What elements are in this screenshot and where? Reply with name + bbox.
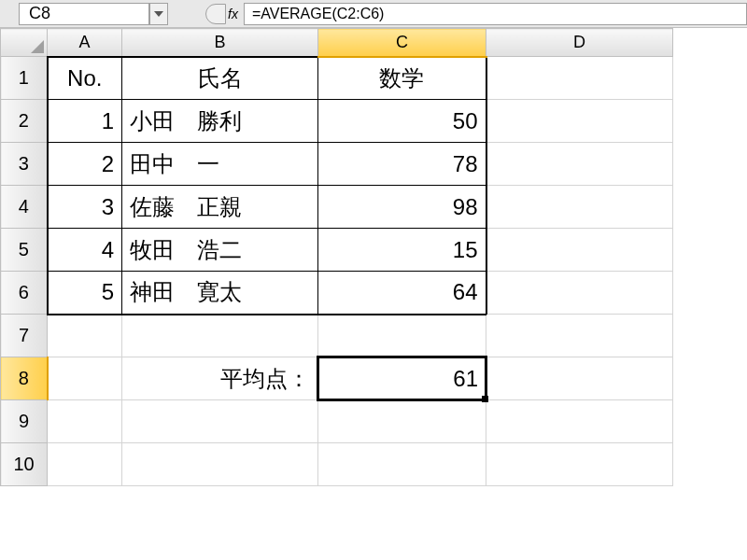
cell-A7[interactable] [48, 315, 122, 357]
cell-B9[interactable] [122, 400, 318, 443]
cell-B7[interactable] [122, 315, 318, 357]
cell-B5[interactable]: 牧田 浩二 [122, 229, 318, 272]
name-box-value: C8 [29, 4, 50, 23]
cell-A5[interactable]: 4 [48, 229, 122, 272]
cell-C10[interactable] [318, 443, 486, 486]
name-box-dropdown[interactable] [149, 3, 168, 25]
cell-C6[interactable]: 64 [318, 272, 486, 315]
row-3: 3 2 田中 一 78 [1, 143, 673, 186]
cell-C1[interactable]: 数学 [318, 57, 486, 100]
formula-bar: C8 fx =AVERAGE(C2:C6) [0, 0, 747, 28]
cell-C5[interactable]: 15 [318, 229, 486, 272]
cell-A6[interactable]: 5 [48, 272, 122, 315]
row-header-8[interactable]: 8 [1, 357, 48, 400]
cell-B3[interactable]: 田中 一 [122, 143, 318, 186]
formula-input[interactable]: =AVERAGE(C2:C6) [244, 3, 747, 25]
cell-B8[interactable]: 平均点： [122, 357, 318, 400]
cell-C7[interactable] [318, 315, 486, 357]
row-header-4[interactable]: 4 [1, 186, 48, 229]
row-header-2[interactable]: 2 [1, 100, 48, 143]
cell-D1[interactable] [486, 57, 673, 100]
formula-text: =AVERAGE(C2:C6) [252, 6, 385, 22]
cell-D6[interactable] [486, 272, 673, 315]
row-7: 7 [1, 315, 673, 357]
row-header-6[interactable]: 6 [1, 272, 48, 315]
cell-A10[interactable] [48, 443, 122, 486]
select-all-corner[interactable] [1, 29, 48, 57]
cell-A1[interactable]: No. [48, 57, 122, 100]
row-8: 8 平均点： 61 [1, 357, 673, 400]
cell-A3[interactable]: 2 [48, 143, 122, 186]
cell-B10[interactable] [122, 443, 318, 486]
row-header-10[interactable]: 10 [1, 443, 48, 486]
cell-D4[interactable] [486, 186, 673, 229]
column-header-row: A B C D [1, 29, 673, 57]
row-header-9[interactable]: 9 [1, 400, 48, 443]
row-5: 5 4 牧田 浩二 15 [1, 229, 673, 272]
cell-C3[interactable]: 78 [318, 143, 486, 186]
col-header-C[interactable]: C [318, 29, 486, 57]
col-header-B[interactable]: B [122, 29, 318, 57]
row-9: 9 [1, 400, 673, 443]
row-10: 10 [1, 443, 673, 486]
cell-D3[interactable] [486, 143, 673, 186]
cell-B2[interactable]: 小田 勝利 [122, 100, 318, 143]
cell-B4[interactable]: 佐藤 正親 [122, 186, 318, 229]
cell-A8[interactable] [48, 357, 122, 400]
cell-C8[interactable]: 61 [318, 357, 486, 400]
fx-button-bg [205, 4, 226, 24]
cell-D8[interactable] [486, 357, 673, 400]
row-6: 6 5 神田 寛太 64 [1, 272, 673, 315]
cell-B1[interactable]: 氏名 [122, 57, 318, 100]
col-header-D[interactable]: D [486, 29, 673, 57]
row-1: 1 No. 氏名 数学 [1, 57, 673, 100]
cell-C9[interactable] [318, 400, 486, 443]
row-2: 2 1 小田 勝利 50 [1, 100, 673, 143]
spreadsheet-grid[interactable]: A B C D 1 No. 氏名 数学 2 1 小田 勝利 50 3 2 田中 … [0, 28, 747, 486]
cell-A9[interactable] [48, 400, 122, 443]
row-header-3[interactable]: 3 [1, 143, 48, 186]
fx-icon[interactable]: fx [228, 7, 238, 21]
cell-C2[interactable]: 50 [318, 100, 486, 143]
cell-B6[interactable]: 神田 寛太 [122, 272, 318, 315]
cell-C4[interactable]: 98 [318, 186, 486, 229]
cell-D5[interactable] [486, 229, 673, 272]
cell-D2[interactable] [486, 100, 673, 143]
cell-D10[interactable] [486, 443, 673, 486]
col-header-A[interactable]: A [48, 29, 122, 57]
row-header-1[interactable]: 1 [1, 57, 48, 100]
active-cell-outline [317, 356, 487, 401]
name-box[interactable]: C8 [19, 3, 149, 25]
cell-D7[interactable] [486, 315, 673, 357]
cell-D9[interactable] [486, 400, 673, 443]
cell-A2[interactable]: 1 [48, 100, 122, 143]
formula-area: fx =AVERAGE(C2:C6) [205, 3, 747, 25]
row-header-7[interactable]: 7 [1, 315, 48, 357]
cell-A4[interactable]: 3 [48, 186, 122, 229]
row-4: 4 3 佐藤 正親 98 [1, 186, 673, 229]
row-header-5[interactable]: 5 [1, 229, 48, 272]
